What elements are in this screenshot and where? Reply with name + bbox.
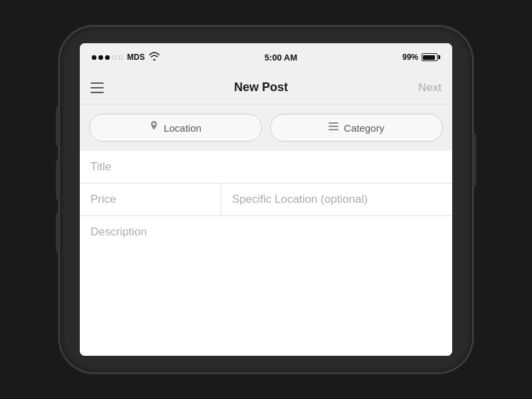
svg-rect-2	[329, 129, 338, 130]
content-area: Location Category	[80, 104, 452, 356]
carrier-label: MDS	[127, 53, 145, 62]
status-bar: MDS 5:00 AM 99%	[80, 43, 452, 71]
menu-button[interactable]	[90, 82, 104, 93]
phone-frame: MDS 5:00 AM 99%	[60, 27, 472, 372]
specific-location-field[interactable]: Specific Location (optional)	[221, 184, 452, 215]
status-left: MDS	[92, 52, 160, 63]
specific-location-placeholder: Specific Location (optional)	[232, 193, 368, 205]
price-location-row: Price Specific Location (optional)	[80, 184, 452, 216]
category-button-label: Category	[344, 122, 384, 134]
battery-icon	[422, 53, 440, 61]
signal-dot-2	[98, 55, 103, 60]
title-field-row[interactable]: Title	[80, 151, 452, 184]
price-field[interactable]: Price	[80, 184, 221, 215]
signal-dots	[92, 55, 123, 60]
battery-percentage: 99%	[402, 53, 418, 62]
battery-tip	[438, 55, 440, 59]
buttons-row: Location Category	[80, 104, 452, 151]
category-icon	[329, 122, 338, 133]
title-placeholder: Title	[90, 160, 112, 173]
phone-screen: MDS 5:00 AM 99%	[80, 43, 452, 356]
status-right: 99%	[402, 53, 440, 62]
battery-body	[422, 53, 438, 61]
menu-line-2	[90, 87, 104, 88]
svg-rect-1	[329, 126, 338, 127]
signal-dot-1	[92, 55, 96, 60]
signal-dot-3	[105, 55, 110, 60]
page-title: New Post	[234, 80, 288, 94]
menu-line-3	[90, 92, 104, 93]
description-placeholder: Description	[90, 225, 147, 238]
status-time: 5:00 AM	[265, 53, 297, 63]
nav-bar: New Post Next	[80, 71, 452, 104]
wifi-icon	[149, 52, 160, 63]
battery-fill	[423, 55, 434, 60]
location-icon	[150, 121, 158, 134]
location-button[interactable]: Location	[89, 114, 262, 142]
description-field[interactable]: Description	[80, 216, 452, 356]
next-button[interactable]: Next	[418, 81, 442, 94]
signal-dot-4	[112, 55, 116, 60]
svg-rect-3	[332, 122, 334, 124]
location-button-label: Location	[164, 122, 201, 134]
category-button[interactable]: Category	[270, 114, 443, 142]
signal-dot-5	[118, 55, 123, 60]
menu-line-1	[90, 82, 104, 84]
price-placeholder: Price	[90, 193, 116, 205]
form-section: Title Price Specific Location (optional)…	[80, 151, 452, 356]
